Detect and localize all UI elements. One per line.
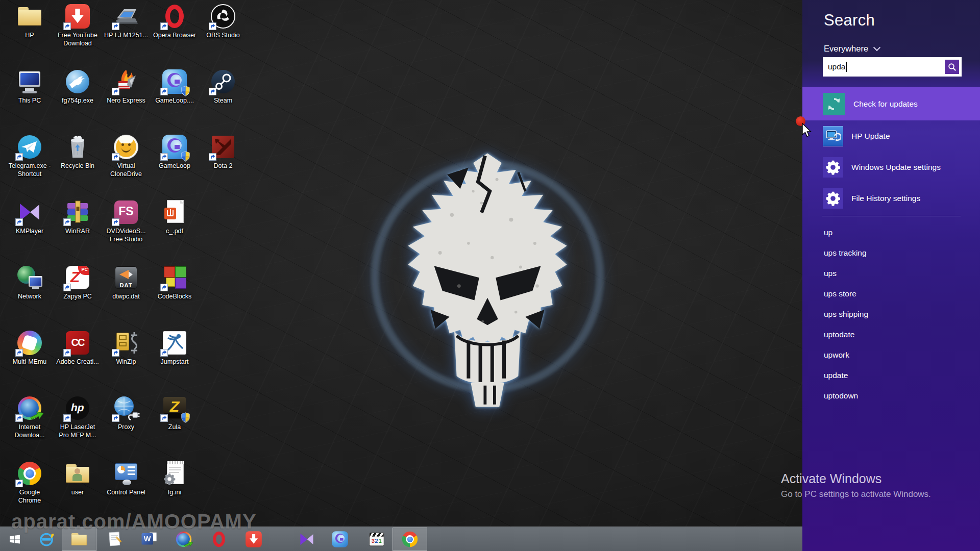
search-suggestion-uptodown[interactable]: uptodown (824, 386, 967, 406)
memu-icon (16, 330, 43, 356)
search-suggestion-up[interactable]: up (824, 222, 967, 243)
shortcut-arrow-icon (15, 153, 23, 161)
search-suggestion-upwork[interactable]: upwork (824, 345, 967, 365)
desktop-icon-network[interactable]: Network (6, 264, 53, 300)
shortcut-arrow-icon (63, 22, 71, 30)
desktop-icon-multi-memu[interactable]: Multi-MEmu (6, 330, 53, 366)
desktop-icon-label: HP (8, 31, 52, 39)
activate-title: Activate Windows (781, 471, 931, 486)
desktop-icon-label: WinRAR (56, 227, 100, 235)
uac-shield-icon (181, 86, 190, 96)
shortcut-arrow-icon (160, 153, 168, 161)
search-result-file-history-settings[interactable]: File History settings (802, 183, 980, 214)
desktop-icon-jumpstart[interactable]: Jumpstart (151, 330, 198, 366)
shortcut-arrow-icon (112, 218, 119, 226)
desktop-icon-google-chrome[interactable]: Google Chrome (6, 460, 53, 505)
desktop-icon-proxy[interactable]: Proxy (103, 395, 150, 431)
taskbar-button-google-chrome[interactable] (393, 528, 427, 550)
desktop-icon-label: Proxy (104, 423, 148, 431)
search-input[interactable]: upda (823, 57, 962, 77)
dota2-icon (210, 134, 236, 160)
desktop-icon-gameloop[interactable]: GameLoop (151, 134, 198, 170)
search-charm-panel: Search Everywhere upda Check for updates… (802, 0, 980, 551)
search-result-hp-update[interactable]: HP Update (802, 120, 980, 152)
control-panel-icon (113, 460, 139, 487)
desktop-icon-opera-browser[interactable]: Opera Browser (151, 3, 198, 39)
ini-file-icon (161, 460, 188, 487)
desktop-icon-kmplayer[interactable]: KMPlayer (6, 199, 53, 235)
desktop-icon-label: Google Chrome (8, 488, 52, 505)
mpc-321-icon: 321 (368, 531, 385, 548)
desktop-icon-label: Free YouTube Download (56, 31, 100, 47)
shortcut-arrow-icon (160, 88, 168, 95)
shortcut-arrow-icon (112, 22, 119, 30)
desktop-icon-free-youtube-download[interactable]: Free YouTube Download (54, 3, 101, 47)
desktop-icon-label: Virtual CloneDrive (104, 162, 148, 178)
desktop-icon-hp-lj-m1251[interactable]: HP LJ M1251... (103, 3, 150, 39)
opera-icon (161, 3, 188, 30)
desktop-icon-c-pdf[interactable]: c_.pdf (151, 199, 198, 235)
free-studio-icon: FS (113, 199, 139, 226)
desktop-icon-label: Opera Browser (153, 31, 197, 39)
desktop-icon-zula[interactable]: ZZula (151, 395, 198, 431)
watermark-text: aparat.com/AMOOPAMY (11, 510, 257, 533)
nero-express-icon (113, 68, 139, 95)
desktop-icon-dvdvideos-free-studio[interactable]: FSDVDVideoS... Free Studio (103, 199, 150, 243)
desktop-icon-internet-downloa[interactable]: Internet Downloa... (6, 395, 53, 439)
shortcut-arrow-icon (63, 218, 71, 226)
taskbar-button-kmplayer[interactable] (295, 528, 318, 550)
shortcut-arrow-icon (15, 480, 23, 487)
taskbar-button-media-player-classic[interactable]: 321 (365, 528, 388, 550)
desktop-icon-winrar[interactable]: WinRAR (54, 199, 101, 235)
search-suggestion-ups-store[interactable]: ups store (824, 284, 967, 304)
search-suggestion-ups-shipping[interactable]: ups shipping (824, 304, 967, 324)
search-scope-label: Everywhere (824, 44, 868, 54)
desktop-icon-user[interactable]: user (54, 460, 101, 496)
search-panel-title: Search (824, 11, 875, 30)
desktop-icon-recycle-bin[interactable]: Recycle Bin (54, 134, 101, 170)
uac-shield-icon (181, 151, 190, 162)
desktop-icon-label: Dota 2 (201, 162, 245, 170)
desktop-icon-hp[interactable]: HP (6, 3, 53, 39)
desktop-icon-virtual-clonedrive[interactable]: Virtual CloneDrive (103, 134, 150, 178)
desktop-icon-gameloop[interactable]: GameLoop.... (151, 68, 198, 105)
desktop-icon-obs-studio[interactable]: OBS Studio (200, 3, 247, 39)
jumpstart-icon (161, 330, 188, 356)
skull-wallpaper-art (368, 144, 607, 416)
desktop-icon-label: DVDVideoS... Free Studio (104, 227, 148, 243)
desktop-icon-nero-express[interactable]: Nero Express (103, 68, 150, 105)
desktop-icon-label: Nero Express (104, 96, 148, 105)
gameloop-icon (331, 531, 349, 548)
desktop-icon-fg754p-exe[interactable]: fg754p.exe (54, 68, 101, 105)
desktop-icon-codeblocks[interactable]: CodeBlocks (151, 264, 198, 300)
search-suggestion-update[interactable]: update (824, 365, 967, 386)
desktop-icon-label: c_.pdf (153, 227, 197, 235)
desktop-icon-adobe-creati[interactable]: CCAdobe Creati... (54, 330, 101, 366)
desktop-icon-steam[interactable]: Steam (200, 68, 247, 105)
desktop-icon-label: Zapya PC (56, 292, 100, 300)
desktop-icon-dtwpc-dat[interactable]: DATdtwpc.dat (103, 264, 150, 300)
winrar-icon (64, 199, 91, 226)
desktop-icon-winzip[interactable]: WinZip (103, 330, 150, 366)
idm-icon (16, 395, 43, 421)
desktop-icon-fg-ini[interactable]: fg.ini (151, 460, 198, 496)
shortcut-arrow-icon (112, 153, 119, 161)
desktop-icon-telegram-exe-shortcut[interactable]: Telegram.exe - Shortcut (6, 134, 53, 178)
desktop-icon-dota-2[interactable]: Dota 2 (200, 134, 247, 170)
search-scope-dropdown[interactable]: Everywhere (824, 44, 879, 54)
desktop-icon-hp-laserjet-pro-mfp-m[interactable]: hpHP LaserJet Pro MFP M... (54, 395, 101, 439)
search-suggestion-uptodate[interactable]: uptodate (824, 324, 967, 345)
desktop-icon-zapya-pc[interactable]: PCZZapya PC (54, 264, 101, 300)
taskbar-button-gameloop[interactable] (328, 528, 352, 550)
search-submit-button[interactable] (945, 60, 959, 74)
desktop-icon-this-pc[interactable]: This PC (6, 68, 53, 105)
search-result-label: File History settings (851, 194, 920, 203)
search-suggestion-ups[interactable]: ups (824, 263, 967, 284)
desktop-icon-label: Network (8, 292, 52, 300)
search-suggestion-ups-tracking[interactable]: ups tracking (824, 243, 967, 263)
pdf-document-icon (161, 199, 188, 226)
desktop-icon-label: user (56, 488, 100, 496)
search-result-check-for-updates[interactable]: Check for updates (802, 87, 980, 120)
search-result-windows-update-settings[interactable]: Windows Update settings (802, 152, 980, 183)
desktop-icon-control-panel[interactable]: Control Panel (103, 460, 150, 496)
